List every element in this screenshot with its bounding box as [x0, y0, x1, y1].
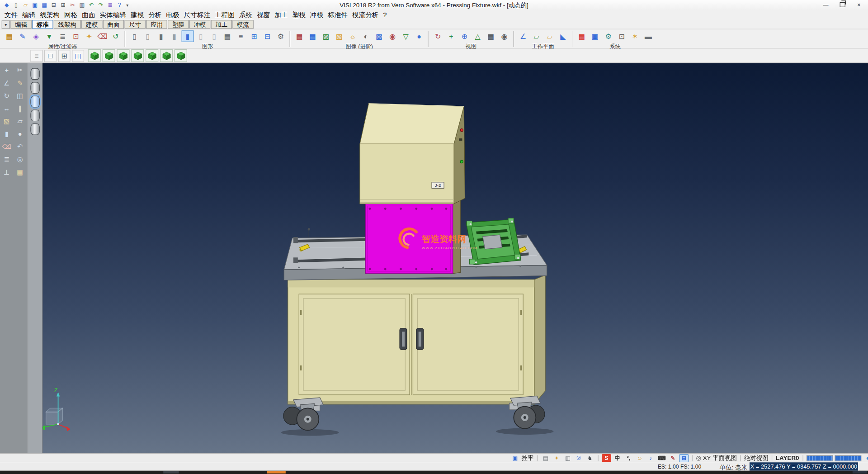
ribbon-tab[interactable]: 标准 — [32, 20, 53, 29]
undo-icon[interactable]: ↶ — [87, 1, 96, 9]
hidden-line-view-icon[interactable]: ▯ — [142, 30, 154, 42]
menu-item[interactable]: 工程图 — [212, 10, 237, 20]
view-left-icon[interactable] — [146, 49, 158, 62]
menu-item[interactable]: 分析 — [146, 10, 164, 20]
active-layer-field[interactable]: LAYER0 — [776, 455, 799, 461]
quick-filter-icon[interactable]: ✦ — [83, 30, 95, 42]
shade-mode-shaded-edges[interactable] — [30, 109, 40, 121]
menu-item[interactable]: 曲面 — [80, 10, 97, 20]
graphics-settings-icon[interactable]: ⚙ — [274, 30, 287, 42]
pan-view-icon[interactable]: + — [445, 30, 457, 42]
menu-item[interactable]: 编辑 — [20, 10, 38, 20]
solid-box-icon[interactable]: ▧ — [1, 116, 12, 127]
move-icon[interactable]: ↔ — [1, 104, 12, 114]
ribbon-tab[interactable]: 冲模 — [189, 20, 211, 29]
shade-mode-hidden-line[interactable] — [30, 82, 40, 94]
view-isometric-icon[interactable] — [88, 49, 101, 62]
macro-icon[interactable]: ♞ — [585, 454, 594, 462]
viewport-3d[interactable]: J-2 智造资料网 WWW.ZHIZAOZILIAO.COM Z — [42, 63, 868, 453]
plot-icon[interactable]: ⊞ — [59, 1, 68, 9]
graphics-list-icon[interactable]: ≡ — [235, 30, 247, 42]
light-icon[interactable]: ☼ — [347, 30, 359, 42]
mirror-icon[interactable]: ◫ — [14, 91, 25, 101]
open-file-icon[interactable]: ▱ — [21, 1, 30, 9]
wireframe-view-icon[interactable]: ▯ — [128, 30, 141, 42]
ribbon-tab[interactable]: 尺寸 — [125, 20, 146, 29]
workplane-align-icon[interactable]: ◣ — [557, 30, 569, 42]
ribbon-tab[interactable]: 加工 — [211, 20, 232, 29]
selection-filter-icon[interactable]: ⊡ — [70, 30, 82, 42]
document-icon[interactable]: ▤ — [14, 167, 25, 178]
print-icon[interactable]: ⊟ — [49, 1, 58, 9]
menu-item[interactable]: 视窗 — [255, 10, 272, 20]
system-settings-icon[interactable]: ⚙ — [602, 30, 614, 42]
background-icon[interactable]: ▩ — [373, 30, 385, 42]
menu-item[interactable]: 线架构 — [38, 10, 62, 20]
erase-icon[interactable]: ⌫ — [1, 142, 12, 152]
view-front-icon[interactable] — [117, 49, 129, 62]
ribbon-tab[interactable]: 塑膜 — [168, 20, 189, 29]
rendered-view-icon[interactable]: ▮ — [182, 30, 194, 42]
shadow-icon[interactable]: ◐ — [360, 30, 372, 42]
workplane-icon[interactable]: ▱ — [530, 30, 542, 42]
chinese-mode-icon[interactable]: 中 — [613, 454, 623, 462]
shaded-view-icon[interactable]: ▮ — [155, 30, 167, 42]
material-icon[interactable]: ▧ — [333, 30, 345, 42]
render-sphere-icon[interactable]: ● — [413, 30, 425, 42]
layer-manager-icon[interactable]: ≣ — [57, 30, 69, 42]
layers-icon[interactable]: ≣ — [106, 1, 115, 9]
target-icon[interactable]: ◎ — [14, 155, 25, 165]
redo-icon[interactable]: ↷ — [96, 1, 105, 9]
menu-item[interactable]: 文件 — [2, 10, 20, 20]
close-button[interactable]: × — [851, 0, 866, 9]
color-palette-icon[interactable]: ▦ — [576, 30, 588, 42]
menu-item[interactable]: 加工 — [272, 10, 290, 20]
menu-item[interactable]: 尺寸标注 — [182, 10, 213, 20]
workplane-xyz-icon[interactable]: ∠ — [517, 30, 529, 42]
attribute-properties-icon[interactable]: ▤ — [3, 30, 15, 42]
erase-filter-icon[interactable]: ⌫ — [96, 30, 108, 42]
info-icon[interactable]: ② — [574, 454, 584, 462]
restore-button[interactable] — [835, 0, 850, 9]
view-list-icon[interactable]: ≡ — [30, 50, 42, 62]
capture-icon[interactable]: ◉ — [387, 30, 399, 42]
menu-item[interactable]: 网格 — [62, 10, 80, 20]
shade-mode-transparent[interactable] — [30, 123, 40, 135]
camera-view-icon[interactable]: ◉ — [498, 30, 510, 42]
display-settings-icon[interactable]: ▣ — [589, 30, 601, 42]
clipboard-icon[interactable]: ▥ — [563, 454, 572, 462]
axonometric-view-icon[interactable]: △ — [472, 30, 484, 42]
measure-angle-icon[interactable]: ∠ — [1, 78, 12, 89]
skin-icon[interactable]: ✎ — [668, 454, 678, 462]
tab-dropdown-button[interactable]: ▼ — [2, 20, 10, 28]
reset-filter-icon[interactable]: ↺ — [109, 30, 122, 42]
attribute-filter-icon[interactable]: ▼ — [43, 30, 56, 42]
trim-icon[interactable]: ✂ — [14, 65, 25, 76]
workplane-edit-icon[interactable]: ▱ — [543, 30, 556, 42]
menu-item[interactable]: 建模 — [128, 10, 146, 20]
render-image-icon[interactable]: ▦ — [293, 30, 306, 42]
keyboard-icon[interactable]: ⌨ — [657, 454, 666, 462]
ime-toolbox-icon[interactable]: ⊞ — [679, 454, 689, 462]
fillet-icon[interactable]: ● — [14, 129, 25, 139]
edit-attributes-icon[interactable]: ✎ — [17, 30, 29, 42]
new-file-icon[interactable]: ▯ — [12, 1, 21, 9]
undo-tool-icon[interactable]: ↶ — [14, 142, 25, 152]
absolute-view-field[interactable]: 绝对视图 — [744, 454, 769, 462]
zoom-extents-icon[interactable]: ⊕ — [458, 30, 471, 42]
save-all-icon[interactable]: ▦ — [40, 1, 49, 9]
rotate-view-icon[interactable]: ↻ — [432, 30, 444, 42]
menu-item[interactable]: 标准件 — [326, 10, 350, 20]
advanced-filter-icon[interactable]: ▽ — [400, 30, 412, 42]
quick-access-more-button[interactable]: ▾ — [124, 3, 131, 8]
sketch-icon[interactable]: ✎ — [14, 78, 25, 89]
tablet-icon[interactable]: ▬ — [642, 30, 654, 42]
prompt-doc-icon[interactable]: ▤ — [541, 454, 550, 462]
view-bottom-icon[interactable] — [175, 49, 187, 62]
shaded-edges-view-icon[interactable]: ▮ — [168, 30, 180, 42]
align-icon[interactable]: ⊥ — [1, 167, 12, 178]
pin-toggle-icon[interactable]: ▣ — [510, 454, 520, 462]
menu-item[interactable]: 系统 — [237, 10, 255, 20]
ribbon-tab[interactable]: 建模 — [81, 20, 103, 29]
workplane-view-field[interactable]: XY 平面视图 — [703, 454, 737, 462]
